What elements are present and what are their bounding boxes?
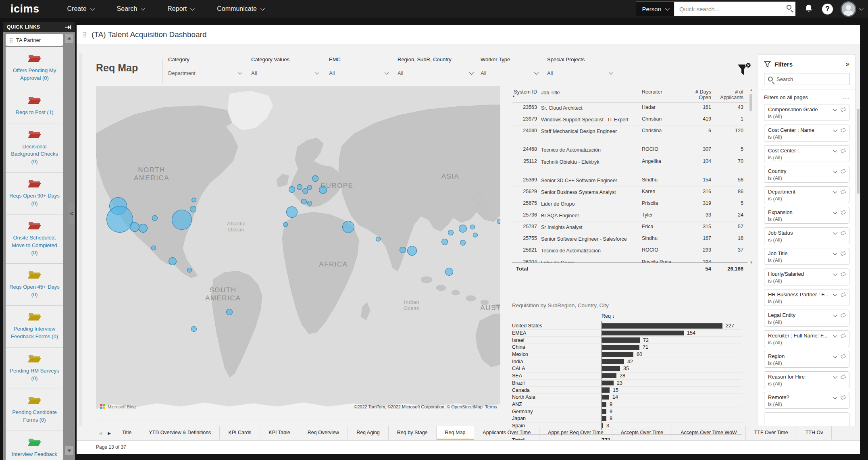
filter-card-region[interactable]: Regionis (All) (764, 351, 849, 368)
map-bubble[interactable] (286, 206, 298, 218)
bar-row[interactable]: EMEA154 (512, 330, 742, 337)
filter-card-job-title[interactable]: Job Titleis (All) (764, 248, 849, 265)
eraser-icon[interactable] (841, 333, 846, 338)
eraser-icon[interactable] (841, 395, 846, 400)
eraser-icon[interactable] (841, 313, 846, 318)
terms-link[interactable]: Terms (485, 404, 497, 409)
sidebar-collapse-handle[interactable]: < (69, 202, 75, 225)
filter-card-reason-for-hire[interactable]: Reason for Hireis (All) (764, 371, 849, 388)
bar-row[interactable]: Israel72 (512, 337, 742, 344)
nav-menu-create[interactable]: Create (56, 0, 105, 18)
chevron-down-icon[interactable] (833, 374, 837, 378)
tab-req-by-stage[interactable]: Req by Stage (389, 426, 437, 440)
scroll-up-button[interactable] (65, 34, 73, 43)
tab-ytd-overview-definitions[interactable]: YTD Overview & Definitions (140, 426, 220, 440)
map-bubble[interactable] (191, 326, 197, 332)
bar-row[interactable]: CALA35 (512, 365, 742, 373)
map-bubble[interactable] (448, 230, 454, 235)
column-header[interactable]: Job Title (541, 89, 642, 100)
quick-link[interactable]: Reqs to Post (1) (6, 89, 63, 123)
map-bubble[interactable] (301, 199, 307, 204)
table-row[interactable]: 25736BI SQA EngineerTyler3324 (512, 210, 747, 222)
map-bubble[interactable] (497, 219, 500, 224)
chevron-down-icon[interactable] (833, 230, 837, 234)
bar-row[interactable]: India42 (512, 358, 742, 365)
bar-row[interactable]: Mexico60 (512, 351, 742, 358)
column-header[interactable]: # of Applicants (711, 89, 743, 100)
slicer-dropdown[interactable]: All (329, 68, 389, 78)
quick-link[interactable]: Reqs Open 45+ Days (0) (6, 264, 63, 306)
column-header[interactable]: System ID▲ (512, 89, 541, 100)
user-menu-chevron[interactable] (859, 7, 862, 10)
filter-card[interactable] (764, 412, 849, 426)
tab-accepts-over-time-wow[interactable]: Accepts Over Time WoW (672, 426, 745, 440)
filter-card-country[interactable]: Countryis (All) (764, 166, 849, 183)
nav-menu-report[interactable]: Report (156, 0, 205, 18)
chevron-down-icon[interactable] (833, 353, 837, 358)
tab-applicants-over-time[interactable]: Applicants Over Time (474, 426, 539, 440)
table-row[interactable]: 25629Senior Business Systems AnalystKare… (512, 187, 747, 198)
map-bubble[interactable] (459, 225, 467, 233)
chevron-down-icon[interactable] (833, 106, 837, 111)
filter-card-job-status[interactable]: Job Statusis (All) (764, 227, 849, 244)
column-header[interactable]: # Days Open (682, 89, 711, 100)
bar-row[interactable]: North Asia14 (512, 394, 742, 401)
eraser-icon[interactable] (841, 107, 846, 112)
slicer-dropdown[interactable]: All (251, 68, 320, 78)
nav-menu-search[interactable]: Search (105, 0, 156, 18)
map-bubble[interactable] (139, 224, 148, 233)
filter-card-remote?[interactable]: Remote?is (All) (764, 392, 849, 409)
map-bubble[interactable] (460, 240, 466, 246)
chevron-down-icon[interactable] (833, 271, 837, 275)
eraser-icon[interactable] (841, 272, 846, 277)
map-bubble[interactable] (297, 184, 302, 190)
map-bubble[interactable] (400, 247, 406, 253)
bar-row[interactable]: Japan9 (512, 415, 742, 423)
map-bubble[interactable] (151, 246, 156, 250)
bar-row[interactable]: China71 (512, 344, 742, 351)
chevron-down-icon[interactable] (833, 127, 837, 131)
map-bubble[interactable] (187, 268, 192, 273)
quick-link[interactable]: Decisional Background Checks (0) (6, 123, 63, 173)
bar-row[interactable]: SEA28 (512, 373, 742, 380)
map-bubble[interactable] (289, 186, 295, 193)
table-row[interactable]: 25369Senior 3D C++ Software EngineerSind… (512, 175, 747, 187)
tab-req-map[interactable]: Req Map (437, 426, 475, 440)
quick-link[interactable]: Reqs Open 90+ Days (0) (6, 173, 63, 214)
quick-link[interactable]: Pending Candidate Forms (0) (6, 389, 63, 431)
filter-card-recruiter-full-name-f-[interactable]: Recruiter : Full Name: F...is (All) (764, 330, 849, 347)
chevron-down-icon[interactable] (833, 291, 837, 296)
tab-title[interactable]: Title (114, 426, 140, 440)
filter-card-hourly-salaried[interactable]: Hourly/Salariedis (All) (764, 269, 849, 285)
req-map-visual[interactable]: NORTH AMERICAEUROPEASIAAFRICASOUTH AMERI… (96, 86, 500, 420)
scroll-down-icon[interactable]: ▼ (749, 260, 753, 264)
map-bubble[interactable] (312, 175, 318, 182)
table-row[interactable]: 25755Senior Software Engineer - Salesfor… (512, 233, 747, 245)
chart-sort-header[interactable]: Req ↓ (602, 313, 615, 319)
map-bubble[interactable] (169, 257, 177, 265)
icims-logo[interactable]: icims (10, 3, 40, 15)
map-bubble[interactable] (302, 188, 308, 194)
tab-req-overview[interactable]: Req Overview (299, 426, 348, 440)
slicer-dropdown[interactable]: All (398, 68, 474, 78)
filter-card-cost-center-name[interactable]: Cost Center : Nameis (All) (764, 125, 849, 142)
more-options-icon[interactable]: ... (843, 94, 849, 101)
map-bubble[interactable] (307, 185, 312, 190)
slicer-dropdown[interactable]: All (481, 68, 539, 78)
bar-row[interactable]: ANZ9 (512, 401, 742, 408)
chevron-down-icon[interactable] (833, 209, 837, 214)
bar-row[interactable]: United States227 (512, 323, 742, 330)
table-scrollbar[interactable]: ▲ ▼ (749, 88, 753, 265)
eraser-icon[interactable] (841, 128, 846, 133)
map-bubble[interactable] (342, 221, 354, 233)
clear-filters-button[interactable] (736, 62, 752, 79)
map-bubble[interactable] (470, 225, 475, 229)
map-bubble[interactable] (376, 237, 381, 241)
map-bubble[interactable] (190, 206, 196, 212)
tabs-next-button[interactable]: ▶ (105, 426, 114, 440)
chevron-down-icon[interactable] (833, 312, 837, 316)
slicer-dropdown[interactable]: Department (168, 68, 243, 78)
eraser-icon[interactable] (841, 210, 846, 215)
map-bubble[interactable] (192, 198, 196, 202)
filter-card-cost-center-[interactable]: Cost Center :is (All) (764, 145, 849, 162)
